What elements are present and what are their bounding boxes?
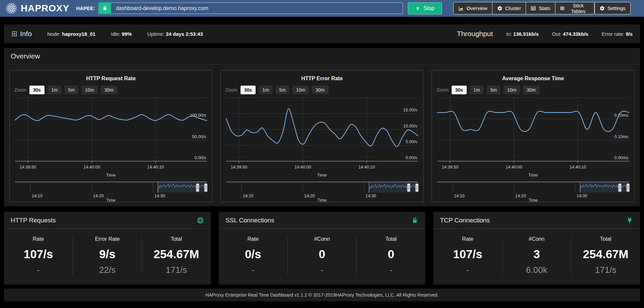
info-toggle[interactable]: Info [11,30,32,38]
nav-right-handle[interactable] [204,184,207,192]
throughput-title: Throughput [457,30,493,38]
zoom-1m-button[interactable]: 1m [259,86,272,94]
x-axis-label: 14:40:00 [294,165,311,170]
plug-icon [626,217,633,224]
nav-axis-label: 14:20 [304,193,315,198]
total-column: Total 0 - [356,236,425,275]
overview-button[interactable]: Overview [453,2,492,14]
settings-button[interactable]: Settings [594,2,631,14]
cluster-button[interactable]: Cluster [492,2,526,14]
charts-row: HTTP Request Rate Zoom 30s 1m 5m 10m 30m… [4,65,640,204]
zoom-5m-button[interactable]: 5m [487,86,500,94]
haproxy-logo-icon [5,2,18,15]
table-icon [531,6,536,11]
nav-axis-label: 14:30 [577,193,587,198]
y-axis-label: 0.00/s [405,155,417,160]
y-axis-label: 0.20ms [614,113,628,118]
x-axis-title: Time [317,173,327,178]
nav-selected-range [369,182,418,193]
zoom-10m-button[interactable]: 10m [292,86,309,94]
footer-text: HAProxy Enterprise Real Time Dashboard v… [205,292,439,298]
y-axis-label: 0.00/s [194,155,206,160]
brand-name: HAPROXY [21,3,69,14]
y-axis-label: 0.00ms [614,155,628,160]
gears-icon [497,6,502,11]
zoom-label: Zoom [437,87,449,93]
nav-axis-label: 14:20 [93,193,104,198]
throughput-in: In: 136.51kb/s [506,31,539,37]
zoom-30s-button[interactable]: 30s [241,86,256,94]
zoom-1m-button[interactable]: 1m [470,86,483,94]
average-response-time-navigator[interactable]: 14:1014:2014:30Time [435,181,632,202]
card-title: SSL Connections [225,217,274,224]
haproxy-brand: HAPROXY [5,2,69,15]
y-axis-label: 0.10ms [614,134,628,139]
nav-left-handle[interactable] [196,184,199,192]
http-request-rate-navigator[interactable]: 14:1014:2014:30Time [12,181,209,202]
zoom-30s-button[interactable]: 30s [29,86,44,94]
footer: HAProxy Enterprise Real Time Dashboard v… [4,289,640,301]
zoom-30s-button[interactable]: 30s [452,86,467,94]
globe-icon [197,217,204,224]
stats-button-label: Stats [539,5,550,11]
stop-button[interactable]: Stop [408,2,442,14]
nav-right-handle[interactable] [416,184,419,192]
top-navbar: HAPROXY HAPEE: Stop Overview Cluster Sta… [0,0,644,17]
env-label: HAPEE: [76,5,95,11]
card-header: HTTP Requests [4,212,211,229]
zoom-label: Zoom [14,87,26,93]
stop-icon [416,6,420,11]
zoom-controls: Zoom 30s 1m 5m 10m 30m [225,86,421,94]
stick-tables-button[interactable]: Stick Tables [555,2,594,14]
zoom-30m-button[interactable]: 30m [101,86,117,94]
http-request-rate-chart[interactable]: 0.00/s50.00/s100.00/s14:39:5014:40:0014:… [12,95,209,179]
chart-panel-average-response-time: Average Response Time Zoom 30s 1m 5m 10m… [432,70,635,202]
zoom-5m-button[interactable]: 5m [65,86,78,94]
nav-axis-title: Time [106,198,116,202]
nav-axis-label: 14:20 [515,193,526,198]
http-requests-card: HTTP Requests Rate 107/s - Error Rate 9/… [4,212,211,285]
grid-icon [560,6,564,11]
zoom-10m-button[interactable]: 10m [81,86,98,94]
stat-cards-row: HTTP Requests Rate 107/s - Error Rate 9/… [4,212,640,285]
http-error-rate-chart[interactable]: 0.00/s5.00/s10.00/s15.00/s14:39:5014:40:… [223,95,421,179]
stats-button[interactable]: Stats [526,2,555,14]
chart-title: HTTP Request Rate [12,76,209,82]
nav-left-handle[interactable] [618,184,621,192]
zoom-5m-button[interactable]: 5m [276,86,289,94]
gear-icon [600,6,605,11]
x-axis-label: 14:40:00 [505,165,522,170]
total-column: Total 254.67M 171/s [571,236,640,275]
chart-panel-http-error-rate: HTTP Error Rate Zoom 30s 1m 5m 10m 30m 0… [220,70,424,202]
zoom-30m-button[interactable]: 30m [312,86,328,94]
url-input[interactable] [111,2,403,14]
nav-right-handle[interactable] [627,184,630,192]
x-axis-label: 14:39:50 [231,165,247,170]
zoom-10m-button[interactable]: 10m [503,86,520,94]
zoom-30m-button[interactable]: 30m [523,86,539,94]
http-error-rate-navigator[interactable]: 14:1014:2014:30Time [223,181,421,202]
x-axis-label: 14:40:10 [147,165,164,170]
cluster-button-label: Cluster [505,5,521,11]
y-axis-label: 50.00/s [192,134,206,139]
y-axis-label: 10.00/s [403,123,417,128]
nav-left-handle[interactable] [407,184,410,192]
total-column: Total 254.67M 171/s [142,236,210,275]
info-title-label: Info [20,30,32,38]
average-response-time-chart[interactable]: 0.00ms0.10ms0.20ms14:39:5014:40:0014:40:… [435,95,632,179]
stick-tables-button-label: Stick Tables [567,3,589,14]
x-axis-label: 14:39:50 [19,165,36,170]
card-body: Rate 107/s - #Conn 3 6.00k Total 254.67M… [433,229,640,285]
main-nav-group: Overview Cluster Stats Stick Tables [453,2,594,14]
zoom-controls: Zoom 30s 1m 5m 10m 30m [14,86,209,94]
url-lock-button[interactable] [98,2,111,14]
rate-column: Rate 0/s - [219,236,287,275]
conn-column: #Conn 3 6.00k [502,236,571,275]
zoom-1m-button[interactable]: 1m [48,86,61,94]
card-header: TCP Connections [433,212,640,229]
overview-heading: Overview [4,48,640,65]
url-group [98,2,403,14]
nav-axis-label: 14:10 [454,193,465,198]
settings-button-label: Settings [608,5,626,11]
lock-icon [411,217,419,224]
